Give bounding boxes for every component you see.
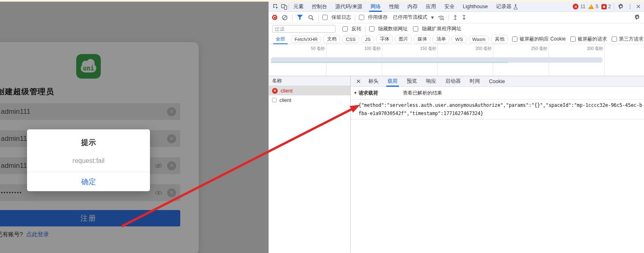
warning-badge[interactable]: 5	[588, 4, 599, 9]
request-list-pane: 名称 ✕ client client	[269, 76, 351, 253]
filter-chip-font[interactable]: 字体	[376, 35, 393, 43]
kebab-menu-icon[interactable]: ⋮	[627, 3, 633, 10]
disable-cache-checkbox[interactable]	[359, 15, 364, 20]
hide-data-urls-checkbox[interactable]	[369, 26, 374, 32]
filter-chip-css[interactable]: CSS	[342, 36, 359, 43]
flask-icon	[513, 4, 518, 9]
tick-label: 200 毫秒	[463, 46, 492, 52]
tab-sources[interactable]: 源代码/来源	[332, 2, 366, 12]
modal-confirm-button[interactable]: 确定	[27, 172, 150, 191]
settings-gear-icon[interactable]	[617, 3, 624, 10]
tab-console[interactable]: 控制台	[308, 2, 331, 12]
third-party-checkbox[interactable]	[612, 36, 617, 42]
screenshot-root: uni 创建超级管理员 admin111 ✕ admin111 ✕ admin1…	[0, 0, 644, 253]
tab-application[interactable]: 应用	[422, 2, 440, 12]
tab-lighthouse[interactable]: Lighthouse	[459, 2, 491, 12]
divider	[365, 26, 365, 32]
throttling-select[interactable]: 已停用节流模式	[393, 14, 427, 21]
record-network-icon[interactable]	[272, 15, 277, 20]
network-settings-gear-icon[interactable]	[633, 14, 641, 21]
name-column-header[interactable]: 名称	[269, 76, 350, 86]
tick-label: 150 毫秒	[408, 46, 436, 52]
filter-chip-ws[interactable]: WS	[451, 36, 467, 43]
filter-chip-manifest[interactable]: 清单	[433, 35, 449, 43]
request-row-client-error[interactable]: ✕ client	[269, 86, 350, 95]
error-badge[interactable]: ✕11	[573, 4, 585, 9]
devtools-badges: ✕11 5 2 ⋮ ✕	[573, 3, 644, 10]
tick-label: 250 毫秒	[519, 46, 547, 52]
tick-label: 100 毫秒	[352, 46, 381, 52]
tab-response[interactable]: 响应	[422, 76, 441, 87]
chevron-down-icon[interactable]: ▼	[431, 16, 434, 20]
tab-timing[interactable]: 时间	[465, 76, 485, 87]
filter-input[interactable]	[272, 25, 336, 33]
devtools-panel: 元素 控制台 源代码/来源 网络 性能 内存 应用 安全 Lighthouse …	[268, 2, 644, 253]
preserve-log-checkbox[interactable]	[322, 15, 328, 20]
invert-filter-checkbox[interactable]	[342, 26, 348, 32]
filter-funnel-icon[interactable]	[296, 14, 304, 21]
request-error-icon: ✕	[272, 88, 278, 94]
filter-chip-js[interactable]: JS	[361, 36, 374, 43]
tab-recorder[interactable]: 记录器	[492, 2, 522, 12]
modal-message: request:fail	[27, 157, 150, 172]
clear-network-icon[interactable]	[281, 14, 288, 21]
overview-dcl-marker	[271, 62, 508, 63]
filter-chip-wasm[interactable]: Wasm	[469, 36, 489, 43]
search-icon[interactable]	[307, 14, 315, 21]
request-row-client[interactable]: client	[269, 95, 350, 105]
filter-chip-media[interactable]: 媒体	[414, 35, 431, 43]
hide-extension-urls-checkbox[interactable]	[413, 26, 418, 32]
tab-initiator[interactable]: 启动器	[441, 76, 465, 87]
import-har-icon[interactable]: ↥	[453, 14, 458, 21]
caret-down-icon: ▼	[354, 91, 357, 95]
blocked-requests-checkbox[interactable]	[570, 36, 576, 42]
tab-security[interactable]: 安全	[440, 2, 458, 12]
gridline	[604, 44, 605, 76]
payload-section-toggle[interactable]: ▼ 请求载荷	[354, 90, 378, 97]
tab-memory[interactable]: 内存	[404, 2, 421, 12]
filter-chip-all[interactable]: 全部	[272, 35, 289, 43]
filter-chip-other[interactable]: 其他	[491, 35, 508, 43]
window-top-strip	[0, 0, 644, 2]
invert-filter-label: 反转	[351, 25, 361, 32]
error-icon: ✕	[573, 4, 578, 9]
tab-network[interactable]: 网络	[367, 2, 384, 12]
warning-icon	[588, 4, 594, 9]
close-devtools-icon[interactable]: ✕	[636, 3, 641, 10]
blocked-cookies-label: 被屏蔽的响应 Cookie	[519, 36, 566, 43]
hide-data-urls-label: 隐藏数据网址	[378, 25, 408, 32]
blocked-cookies-checkbox[interactable]	[512, 36, 517, 42]
tab-headers[interactable]: 标头	[364, 76, 383, 87]
payload-section-header: ▼ 请求载荷 查看已解析的结果	[351, 87, 644, 99]
request-type-filters: 全部 Fetch/XHR 文档 CSS JS 字体 图片 媒体 清单 WS Wa…	[269, 34, 644, 44]
inspect-element-icon[interactable]	[272, 3, 279, 10]
issues-badge[interactable]: 2	[601, 4, 611, 9]
filter-bar: 反转 隐藏数据网址 隐藏扩展程序网址	[269, 23, 644, 34]
filter-chip-img[interactable]: 图片	[395, 35, 412, 43]
preserve-log-label: 保留日志	[331, 14, 351, 21]
modal-title: 提示	[27, 138, 150, 147]
payload-raw-json[interactable]: {"method":"serverless.auth.user.anonymou…	[351, 99, 644, 120]
network-conditions-icon[interactable]	[438, 14, 445, 21]
tab-elements[interactable]: 元素	[290, 2, 307, 12]
request-detail-pane: ✕ 标头 载荷 预览 响应 启动器 时间 Cookie ▼ 请求载荷 查看已解析…	[351, 76, 644, 253]
tab-cookie[interactable]: Cookie	[485, 76, 510, 87]
network-overview-timeline[interactable]: 50 毫秒 100 毫秒 150 毫秒 200 毫秒 250 毫秒 300 毫秒	[269, 44, 644, 76]
view-parsed-link[interactable]: 查看已解析的结果	[403, 90, 442, 97]
filter-chip-fetch-xhr[interactable]: Fetch/XHR	[291, 36, 321, 43]
device-toolbar-icon[interactable]	[280, 3, 288, 10]
tab-performance[interactable]: 性能	[385, 2, 403, 12]
tick-label: 300 毫秒	[574, 46, 603, 52]
close-detail-icon[interactable]: ✕	[353, 76, 364, 87]
request-file-icon	[272, 98, 277, 102]
third-party-label: 第三方请求	[619, 36, 644, 43]
tab-payload[interactable]: 载荷	[383, 76, 402, 87]
divider	[288, 3, 289, 10]
browser-page: uni 创建超级管理员 admin111 ✕ admin111 ✕ admin1…	[0, 2, 268, 253]
blocked-requests-label: 被屏蔽的请求	[578, 36, 607, 43]
disable-cache-label: 停用缓存	[368, 14, 388, 21]
modal-backdrop	[0, 2, 268, 253]
filter-chip-doc[interactable]: 文档	[323, 35, 340, 43]
tab-preview[interactable]: 预览	[402, 76, 422, 87]
export-har-icon[interactable]: ↧	[462, 14, 467, 21]
